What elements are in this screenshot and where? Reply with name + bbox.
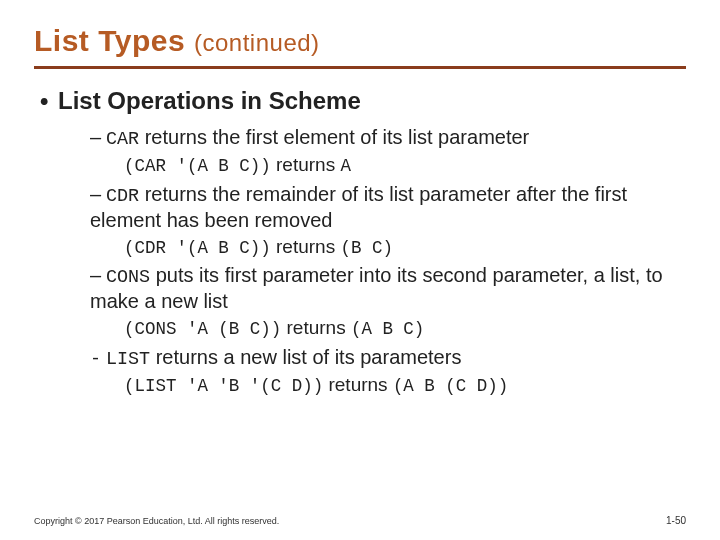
heading-text: List Operations in Scheme (58, 87, 361, 114)
example-mid: returns (323, 374, 393, 395)
fn-name: CAR (106, 129, 139, 150)
example-code: (LIST ′A ′B ′(C D)) (124, 376, 323, 396)
page-number: 1-50 (666, 515, 686, 526)
title-main: List Types (34, 24, 185, 57)
fn-desc: returns the first element of its list pa… (139, 126, 529, 148)
fn-desc: returns a new list of its parameters (150, 346, 461, 368)
fn-name: CDR (106, 186, 139, 207)
fn-name: LIST (106, 349, 150, 370)
example-mid: returns (281, 317, 351, 338)
example-line: (LIST ′A ′B ′(C D)) returns (A B (C D)) (124, 373, 686, 398)
slide-title: List Types (continued) (34, 24, 686, 58)
example-code: (CDR ′(A B C)) (124, 238, 271, 258)
list-item: –CDR returns the remainder of its list p… (90, 182, 686, 233)
example-code: (CONS ′A (B C)) (124, 319, 281, 339)
title-sub: (continued) (194, 29, 320, 56)
dash-icon: - (90, 348, 106, 371)
example-result: (A B C) (351, 319, 424, 339)
example-line: (CDR ′(A B C)) returns (B C) (124, 235, 686, 260)
dash-icon: – (90, 182, 106, 207)
fn-name: CONS (106, 267, 150, 288)
example-result: (B C) (340, 238, 392, 258)
example-line: (CONS ′A (B C)) returns (A B C) (124, 316, 686, 341)
example-result: A (340, 156, 350, 176)
example-code: (CAR ′(A B C)) (124, 156, 271, 176)
fn-desc: returns the remainder of its list parame… (90, 183, 627, 231)
list-item: –CONS puts its first parameter into its … (90, 263, 686, 314)
dash-icon: – (90, 263, 106, 288)
slide: List Types (continued) •List Operations … (0, 0, 720, 540)
bullet-dot-icon: • (40, 87, 58, 115)
title-rule (34, 66, 686, 69)
example-mid: returns (271, 236, 341, 257)
fn-desc: puts its first parameter into its second… (90, 264, 663, 312)
example-mid: returns (271, 154, 341, 175)
example-line: (CAR ′(A B C)) returns A (124, 153, 686, 178)
list-item: -LIST returns a new list of its paramete… (90, 345, 686, 371)
dash-icon: – (90, 125, 106, 150)
copyright-footer: Copyright © 2017 Pearson Education, Ltd.… (34, 516, 279, 526)
example-result: (A B (C D)) (393, 376, 508, 396)
section-heading: •List Operations in Scheme (40, 87, 686, 115)
list-item: –CAR returns the first element of its li… (90, 125, 686, 151)
